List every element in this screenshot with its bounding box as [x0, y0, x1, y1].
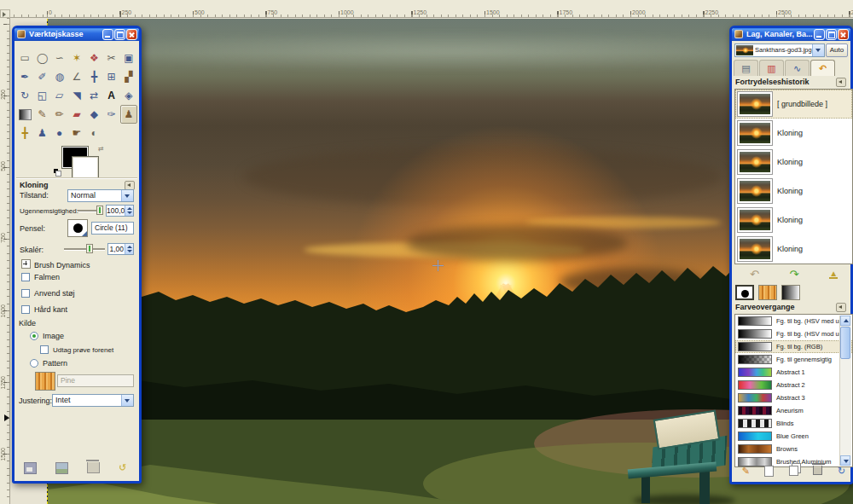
- brush-preview-button[interactable]: [67, 219, 88, 237]
- opacity-spinner[interactable]: 100,0: [106, 205, 134, 217]
- gradient-fg-til-bg-hsv-mod-uret[interactable]: Fg. til bg. (HSV mod uret): [735, 327, 852, 340]
- tool-free-select-icon[interactable]: ∽: [51, 49, 68, 67]
- undo-item-kloning-5[interactable]: Kloning: [735, 235, 852, 264]
- tool-perspective-clone-icon[interactable]: ♟: [33, 124, 50, 142]
- pattern-swatch[interactable]: [35, 372, 55, 391]
- scale-slider[interactable]: [64, 244, 105, 253]
- tool-crop-icon[interactable]: ▞: [120, 67, 137, 86]
- delete-options-icon[interactable]: [87, 462, 100, 473]
- tool-blur-sharpen-icon[interactable]: ●: [51, 124, 68, 142]
- brush-name-field[interactable]: Circle (11): [91, 222, 134, 235]
- tool-clone-icon[interactable]: ♟: [120, 105, 137, 124]
- auto-button[interactable]: Auto: [826, 43, 848, 57]
- source-pattern-radio[interactable]: [30, 359, 38, 368]
- chevron-down-icon[interactable]: [121, 190, 133, 201]
- scale-spinner[interactable]: 1,00: [107, 243, 134, 255]
- brush-dynamics-expander[interactable]: Brush Dynamics: [21, 259, 90, 269]
- tool-ellipse-select-icon[interactable]: ◯: [33, 49, 50, 67]
- undo-item-kloning-2[interactable]: Kloning: [735, 148, 852, 177]
- gradient-abstract-3[interactable]: Abstract 3: [735, 391, 852, 404]
- tool-measure-icon[interactable]: ∠: [68, 67, 85, 86]
- delete-gradient-icon[interactable]: [813, 466, 822, 475]
- maximize-button[interactable]: [826, 29, 837, 40]
- close-button[interactable]: [126, 29, 137, 40]
- scrollbar[interactable]: [839, 316, 851, 466]
- tool-perspective-icon[interactable]: ◥: [68, 86, 85, 105]
- active-pattern-button[interactable]: [758, 285, 777, 300]
- maximize-button[interactable]: [114, 29, 125, 40]
- tool-text-icon[interactable]: A: [102, 86, 119, 105]
- undo-item-kloning-4[interactable]: Kloning: [735, 206, 852, 235]
- toolbox-titlebar[interactable]: Værktøjskasse: [15, 28, 139, 41]
- close-button[interactable]: [838, 29, 849, 40]
- redo-arrow-icon[interactable]: ↷: [790, 268, 799, 281]
- tool-select-by-color-icon[interactable]: ❖: [85, 49, 102, 67]
- tool-color-picker-icon[interactable]: ✐: [33, 67, 50, 86]
- gradient-aneurism[interactable]: Aneurism: [735, 404, 852, 417]
- gradient-blue-green[interactable]: Blue Green: [735, 430, 852, 443]
- undo-item-kloning-3[interactable]: Kloning: [735, 177, 852, 206]
- new-gradient-icon[interactable]: [764, 466, 774, 477]
- gradient-fg-til-bg-hsv-med-uret[interactable]: Fg. til bg. (HSV med uret): [735, 315, 852, 327]
- tool-airbrush-icon[interactable]: ◆: [85, 105, 102, 124]
- dock-titlebar[interactable]: Lag, Kanaler, Ba...: [732, 28, 850, 41]
- tab-channels[interactable]: ▥: [759, 60, 784, 76]
- source-image-radio[interactable]: [30, 332, 38, 340]
- minimize-button[interactable]: [102, 29, 113, 40]
- chevron-down-icon[interactable]: [812, 44, 824, 56]
- undo-item-kloning-1[interactable]: Kloning: [735, 119, 852, 148]
- undo-arrow-icon[interactable]: ↶: [750, 268, 759, 281]
- scrollbar-thumb[interactable]: [840, 327, 850, 359]
- jitter-checkbox[interactable]: [21, 289, 30, 298]
- minimize-button[interactable]: [814, 29, 825, 40]
- gradient-fg-til-bg-rgb[interactable]: Fg. til bg. (RGB): [735, 340, 852, 353]
- tab-undo-history[interactable]: ↶: [810, 60, 835, 76]
- gradient-fg-til-gennemsigtig[interactable]: Fg. til gennemsigtig: [735, 353, 852, 366]
- horizontal-ruler[interactable]: 0250500750100012501500175020002250250027…: [10, 9, 853, 18]
- hard-edge-checkbox[interactable]: [21, 305, 30, 314]
- save-options-icon[interactable]: [24, 462, 37, 474]
- undo-item-grundbillede[interactable]: [ grundbillede ]: [735, 90, 852, 119]
- tool-heal-icon[interactable]: ╋: [16, 124, 33, 142]
- tool-gradient-icon[interactable]: [16, 105, 33, 124]
- tool-shear-icon[interactable]: ▱: [51, 86, 68, 105]
- gradient-blinds[interactable]: Blinds: [735, 417, 852, 430]
- duplicate-gradient-icon[interactable]: [789, 466, 798, 476]
- clear-history-icon[interactable]: ▲: [829, 269, 838, 279]
- swap-colors-icon[interactable]: ⇄: [98, 145, 104, 153]
- scroll-down-icon[interactable]: [840, 455, 850, 466]
- spinner-arrows-icon[interactable]: [125, 206, 133, 216]
- tool-align-icon[interactable]: ⊞: [102, 67, 119, 86]
- pattern-name-field[interactable]: Pine: [57, 374, 134, 387]
- reset-options-icon[interactable]: ↺: [119, 462, 130, 472]
- chevron-down-icon[interactable]: [121, 395, 133, 406]
- background-color-swatch[interactable]: [73, 157, 98, 178]
- tool-foreground-select-icon[interactable]: ▣: [120, 49, 137, 67]
- scroll-up-icon[interactable]: [840, 316, 850, 326]
- fade-checkbox[interactable]: [21, 273, 30, 281]
- tool-fuzzy-select-icon[interactable]: ✶: [68, 49, 85, 67]
- ruler-corner-button[interactable]: [0, 9, 10, 18]
- undo-panel-menu-button[interactable]: [836, 78, 846, 87]
- active-gradient-button[interactable]: [781, 285, 800, 300]
- tool-rectangle-select-icon[interactable]: ▭: [16, 49, 33, 67]
- gradients-panel-menu-button[interactable]: [836, 303, 846, 312]
- edit-gradient-icon[interactable]: ✎: [742, 466, 750, 477]
- tab-paths[interactable]: ∿: [785, 60, 809, 76]
- active-brush-button[interactable]: [735, 285, 754, 300]
- alignment-select[interactable]: Intet: [52, 394, 134, 407]
- vertical-ruler[interactable]: 2505007501000125015001750: [0, 18, 10, 504]
- opacity-slider[interactable]: [78, 206, 103, 215]
- tool-eraser-icon[interactable]: ▰: [68, 105, 85, 124]
- tool-move-icon[interactable]: ╋: [85, 67, 102, 86]
- tab-layers[interactable]: ▤: [734, 60, 758, 76]
- gradient-abstract-1[interactable]: Abstract 1: [735, 366, 852, 379]
- restore-options-icon[interactable]: [55, 462, 68, 474]
- tool-scissors-select-icon[interactable]: ✂: [102, 49, 119, 67]
- spinner-arrows-icon[interactable]: [125, 244, 133, 254]
- gradient-abstract-2[interactable]: Abstract 2: [735, 379, 852, 391]
- tool-ink-icon[interactable]: ✑: [102, 105, 119, 124]
- sample-merged-checkbox[interactable]: [40, 345, 49, 354]
- tool-rotate-icon[interactable]: ↻: [16, 86, 33, 105]
- default-colors-icon[interactable]: [54, 169, 61, 177]
